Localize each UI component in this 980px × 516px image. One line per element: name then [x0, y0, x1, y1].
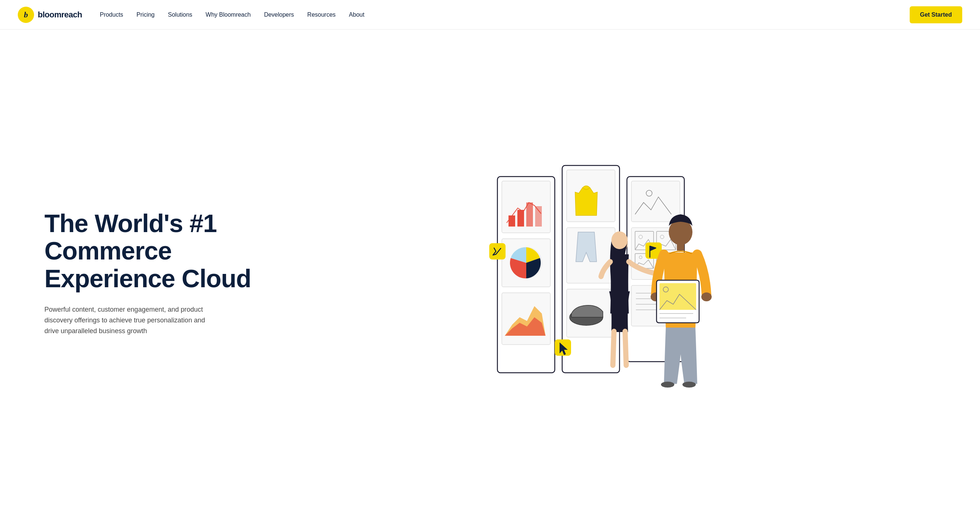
main-nav: bloomreach Products Pricing Solutions Wh… — [0, 0, 980, 30]
hero-text-block: The World's #1 Commerce Experience Cloud… — [45, 210, 252, 336]
nav-link-solutions[interactable]: Solutions — [168, 11, 192, 18]
svg-line-39 — [613, 331, 614, 365]
svg-rect-7 — [535, 206, 542, 226]
nav-link-resources[interactable]: Resources — [307, 11, 335, 18]
nav-item-resources: Resources — [307, 11, 335, 18]
svg-line-40 — [625, 331, 626, 365]
get-started-button[interactable]: Get Started — [910, 6, 962, 23]
svg-point-44 — [701, 292, 712, 301]
hero-svg — [475, 158, 727, 387]
svg-rect-5 — [517, 210, 524, 226]
svg-point-45 — [661, 382, 674, 387]
svg-rect-4 — [509, 215, 515, 226]
logo-link[interactable]: bloomreach — [18, 7, 82, 23]
logo-wordmark: bloomreach — [38, 10, 82, 20]
nav-link-products[interactable]: Products — [100, 11, 123, 18]
nav-item-why: Why Bloomreach — [206, 11, 251, 18]
svg-point-46 — [682, 382, 696, 387]
hero-subtext: Powerful content, customer engagement, a… — [45, 304, 215, 336]
nav-link-about[interactable]: About — [349, 11, 364, 18]
nav-item-products: Products — [100, 11, 123, 18]
nav-links: Products Pricing Solutions Why Bloomreac… — [100, 11, 910, 18]
svg-rect-33 — [489, 243, 506, 260]
svg-rect-10 — [502, 293, 550, 345]
nav-item-solutions: Solutions — [168, 11, 192, 18]
hero-section: The World's #1 Commerce Experience Cloud… — [0, 30, 980, 516]
svg-rect-42 — [677, 243, 684, 251]
nav-item-pricing: Pricing — [137, 11, 155, 18]
hero-heading: The World's #1 Commerce Experience Cloud — [45, 210, 252, 292]
nav-link-pricing[interactable]: Pricing — [137, 11, 155, 18]
nav-item-developers: Developers — [264, 11, 294, 18]
nav-item-about: About — [349, 11, 364, 18]
svg-point-38 — [611, 231, 628, 249]
svg-rect-6 — [526, 202, 533, 226]
hero-illustration — [252, 158, 950, 387]
logo-icon — [18, 7, 34, 23]
nav-link-why[interactable]: Why Bloomreach — [206, 11, 251, 18]
nav-link-developers[interactable]: Developers — [264, 11, 294, 18]
